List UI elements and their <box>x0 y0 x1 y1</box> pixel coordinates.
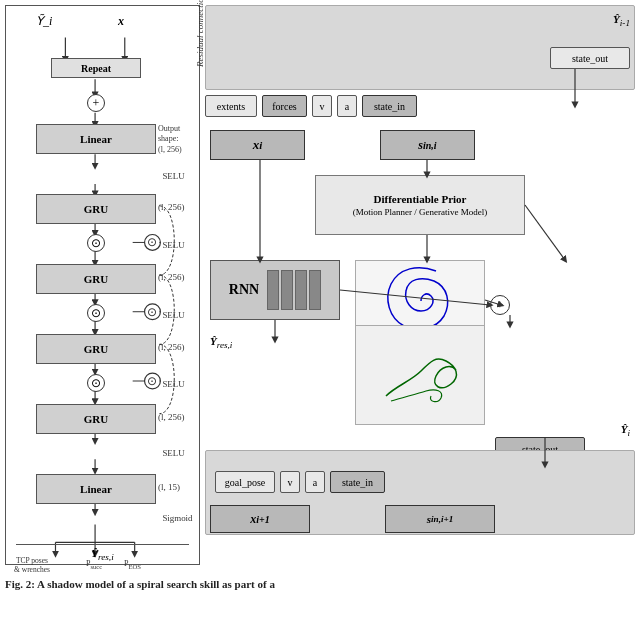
gru2-box: GRU <box>36 264 156 294</box>
gru4-box: GRU <box>36 404 156 434</box>
add-circle-2: ⊙ <box>87 234 105 252</box>
svg-point-22 <box>145 304 161 320</box>
svg-text:⊙: ⊙ <box>147 305 157 319</box>
svg-text:SELU: SELU <box>162 379 185 389</box>
svg-text:SELU: SELU <box>162 310 185 320</box>
svg-text:SELU: SELU <box>162 448 185 458</box>
right-panel: Ŷi-1 state_out extents forces v a state_… <box>205 5 635 565</box>
linear2-size: (l, 15) <box>158 482 180 492</box>
bottom-tags-row: goal_pose v a state_in <box>215 471 385 493</box>
left-panel: ⊙ ⊙ ⊙ SELU SELU SELU SELU SELU <box>5 5 200 565</box>
repeat-box: Repeat <box>51 58 141 78</box>
input-x: x <box>118 14 124 29</box>
linear1-shape: Output shape:(l, 256) <box>158 124 199 155</box>
residual-connection-label: Residual connection <box>195 0 205 67</box>
y-res-right-label: Ŷres,i <box>210 335 232 350</box>
gru1-size: (l, 256) <box>158 202 185 212</box>
rnn-box: RNN <box>210 260 340 320</box>
gru3-size: (l, 256) <box>158 342 185 352</box>
svg-point-24 <box>145 373 161 389</box>
xi-box: xi <box>210 130 305 160</box>
y-prev-label: Ŷi-1 <box>613 13 630 28</box>
sin1-box: sin,i+1 <box>385 505 495 533</box>
path-visualization <box>355 325 485 425</box>
gru4-size: (l, 256) <box>158 412 185 422</box>
top-tags-row: extents forces v a state_in <box>205 95 417 117</box>
tag-v-bottom: v <box>280 471 300 493</box>
tag-a: a <box>337 95 357 117</box>
gru3-box: GRU <box>36 334 156 364</box>
tag-v: v <box>312 95 332 117</box>
svg-text:Sigmoid: Sigmoid <box>162 513 193 523</box>
svg-line-42 <box>525 205 565 260</box>
xi1-box: xi+1 <box>210 505 310 533</box>
add-circle-4: ⊙ <box>87 374 105 392</box>
gru1-box: GRU <box>36 194 156 224</box>
state-out-top-tag: state_out <box>550 47 630 69</box>
caption: Fig. 2: A shadow model of a spiral searc… <box>0 578 640 590</box>
svg-text:⊙: ⊙ <box>147 374 157 388</box>
tag-extents: extents <box>205 95 257 117</box>
tag-state-in: state_in <box>362 95 417 117</box>
svg-point-20 <box>145 235 161 251</box>
diff-prior-box: Differentiable Prior (Motion Planner / G… <box>315 175 525 235</box>
add-circle-1: + <box>87 94 105 112</box>
y-hat-label: Ŷi <box>621 423 630 438</box>
tag-a-bottom: a <box>305 471 325 493</box>
plus-circle-right: + <box>490 295 510 315</box>
input-y-tilde: Ỹ_i <box>36 14 52 29</box>
svg-text:⊙: ⊙ <box>147 235 157 249</box>
caption-text: Fig. 2: A shadow model of a spiral searc… <box>5 578 275 590</box>
sin-box: sin,i <box>380 130 475 160</box>
gru2-size: (l, 256) <box>158 272 185 282</box>
add-circle-3: ⊙ <box>87 304 105 322</box>
svg-text:SELU: SELU <box>162 240 185 250</box>
y-res-output: Ŷres,i <box>16 544 189 562</box>
linear1-box: Linear <box>36 124 156 154</box>
svg-text:SELU: SELU <box>162 171 185 181</box>
tag-forces: forces <box>262 95 307 117</box>
tag-goal-pose: goal_pose <box>215 471 275 493</box>
tag-state-in-bottom: state_in <box>330 471 385 493</box>
linear2-box: Linear <box>36 474 156 504</box>
